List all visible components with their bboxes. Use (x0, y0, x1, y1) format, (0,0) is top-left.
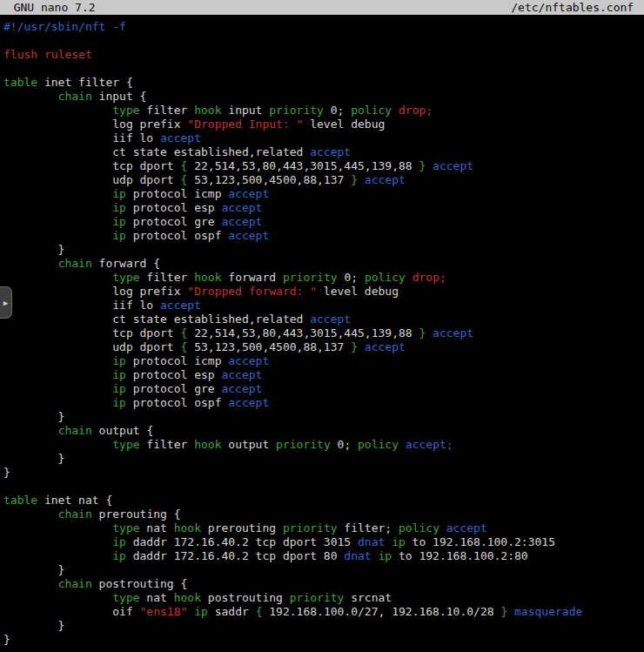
code-token: ip (112, 229, 126, 242)
code-token: ct state established,related (3, 145, 310, 158)
code-line: type filter hook output priority 0; poli… (3, 438, 644, 452)
code-token: drop; (413, 271, 446, 284)
code-token: chain (58, 507, 92, 521)
code-token (3, 201, 112, 214)
code-token (3, 396, 112, 409)
code-token: accept (221, 215, 262, 228)
code-token: postrouting (201, 591, 290, 604)
code-token: 53,123,500,4500,88,137 (187, 340, 351, 353)
code-token: protocol icmp (126, 354, 228, 367)
code-token: inet nat { (37, 494, 112, 507)
code-token: priority (276, 438, 331, 451)
code-token: daddr 172.16.40.2 tcp dport 80 (126, 549, 344, 562)
code-token: priority (283, 271, 338, 284)
code-token: accept (221, 382, 262, 395)
code-token: input { (92, 90, 147, 103)
code-token: accept (228, 187, 269, 200)
code-token: accept (228, 229, 269, 242)
code-token: 53,123,500,4500,88,137 (187, 173, 351, 186)
code-line: ip protocol ospf accept (3, 229, 644, 243)
code-line: iif lo accept (3, 299, 644, 313)
code-token: type (112, 521, 139, 534)
code-token (3, 104, 112, 117)
code-line: type nat hook postrouting priority srcna… (3, 591, 644, 605)
code-token: ct state established,related (3, 313, 310, 326)
code-token: hook (194, 104, 221, 117)
code-token (3, 549, 112, 562)
code-token: type (112, 591, 139, 604)
code-line: chain prerouting { (3, 507, 644, 521)
code-token (439, 521, 446, 534)
code-line: udp dport { 53,123,500,4500,88,137 } acc… (3, 340, 644, 354)
code-token: accept (310, 145, 351, 158)
code-token: priority (269, 104, 324, 117)
code-token: protocol esp (126, 368, 222, 381)
code-line: ip protocol esp accept (3, 201, 644, 215)
code-token: protocol icmp (126, 187, 228, 200)
code-line: iif lo accept (3, 131, 644, 145)
code-token: log prefix (3, 285, 187, 298)
code-token: tcp dport (3, 159, 181, 172)
code-line: type filter hook forward priority 0; pol… (3, 271, 644, 285)
code-token: ip (112, 368, 126, 381)
code-line: log prefix "Dropped forward: " level deb… (3, 285, 644, 299)
chevron-right-icon: ▶ (3, 299, 8, 307)
code-line: chain input { (3, 90, 644, 104)
code-token: to 192.168.100.2:80 (392, 549, 528, 562)
code-token: chain (58, 257, 92, 270)
code-token: oif (3, 605, 140, 618)
code-token: ip (112, 354, 126, 367)
code-token: filter (140, 104, 195, 117)
code-token (3, 438, 112, 451)
code-line: table inet filter { (3, 76, 644, 90)
code-token (3, 271, 112, 284)
nano-titlebar: GNU nano 7.2 /etc/nftables.conf (0, 0, 644, 15)
code-token: udp dport (3, 173, 181, 186)
code-line (3, 62, 644, 76)
code-token: hook (174, 521, 201, 534)
code-token: } (351, 340, 358, 353)
sidebar-reveal-handle[interactable]: ▶ (0, 286, 12, 319)
code-line: table inet nat { (3, 494, 644, 507)
code-token: ip (112, 396, 126, 409)
code-token (3, 535, 112, 548)
code-token: ip (378, 549, 392, 562)
code-token (3, 382, 112, 395)
code-line: } (3, 410, 644, 424)
code-line: type nat hook prerouting priority filter… (3, 521, 644, 535)
code-line: tcp dport { 22,514,53,80,443,3015,445,13… (3, 159, 644, 173)
code-line: ip daddr 172.16.40.2 tcp dport 80 dnat i… (3, 549, 644, 563)
code-token: level debug (317, 285, 399, 298)
code-token: prerouting (201, 521, 283, 534)
code-token: table (3, 76, 37, 89)
editor-area[interactable]: #!/usr/sbin/nft -f flush ruleset table i… (0, 15, 644, 647)
code-line: chain forward { (3, 257, 644, 271)
code-line: ip protocol esp accept (3, 368, 644, 382)
code-token: } (3, 466, 10, 479)
code-token (3, 521, 112, 534)
code-token: prerouting { (92, 507, 181, 521)
code-token: protocol gre (126, 215, 222, 228)
code-token: } (3, 619, 64, 632)
code-token: } (3, 410, 64, 423)
code-token (426, 326, 433, 339)
code-line (3, 34, 644, 48)
code-token: policy (365, 271, 406, 284)
code-token: #!/usr/sbin/nft -f (3, 20, 126, 33)
code-line: ip protocol gre accept (3, 382, 644, 396)
code-line: tcp dport { 22,514,53,80,443,3015,445,13… (3, 326, 644, 340)
code-token: masquerade (514, 605, 582, 618)
code-line: } (3, 466, 644, 480)
code-token: level debug (303, 118, 385, 131)
code-token: chain (58, 577, 92, 590)
code-line: ip daddr 172.16.40.2 tcp dport 3015 dnat… (3, 535, 644, 549)
code-line: ct state established,related accept (3, 145, 644, 159)
code-token: policy (358, 438, 399, 451)
code-token: } (3, 452, 64, 465)
code-token (358, 173, 365, 186)
code-token: to 192.168.100.2:3015 (406, 535, 555, 548)
code-line: ip protocol icmp accept (3, 354, 644, 368)
code-token: iif lo (3, 131, 160, 145)
code-token: } (351, 173, 358, 186)
code-token: flush ruleset (3, 48, 92, 61)
